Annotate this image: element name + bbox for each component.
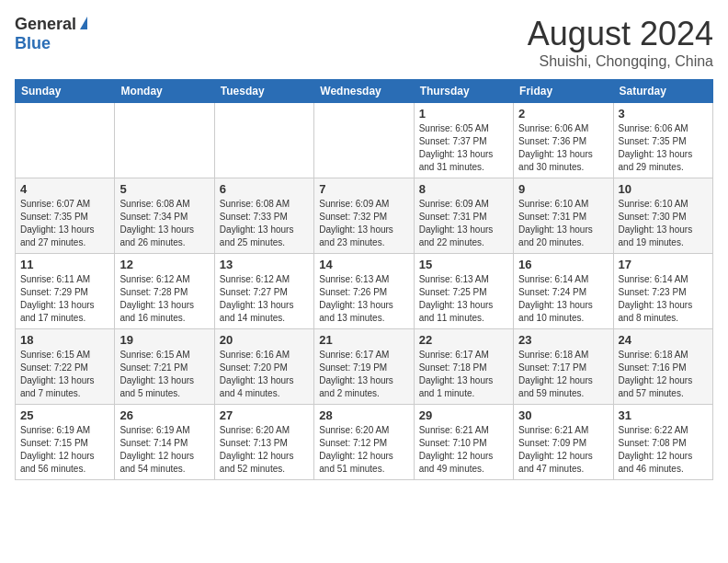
calendar-cell: 10Sunrise: 6:10 AMSunset: 7:30 PMDayligh…: [613, 178, 712, 254]
day-info: Sunrise: 6:09 AMSunset: 7:31 PMDaylight:…: [419, 198, 508, 249]
day-info: Sunrise: 6:22 AMSunset: 7:08 PMDaylight:…: [619, 424, 708, 476]
day-info: Sunrise: 6:15 AMSunset: 7:22 PMDaylight:…: [20, 349, 109, 400]
day-info: Sunrise: 6:19 AMSunset: 7:14 PMDaylight:…: [119, 424, 209, 476]
calendar-week-1: 1Sunrise: 6:05 AMSunset: 7:37 PMDaylight…: [16, 103, 713, 178]
calendar-cell: 16Sunrise: 6:14 AMSunset: 7:24 PMDayligh…: [514, 254, 613, 329]
calendar-cell: 11Sunrise: 6:11 AMSunset: 7:29 PMDayligh…: [16, 254, 115, 329]
day-info: Sunrise: 6:15 AMSunset: 7:21 PMDaylight:…: [119, 349, 209, 400]
calendar-week-5: 25Sunrise: 6:19 AMSunset: 7:15 PMDayligh…: [16, 405, 713, 480]
day-number: 15: [419, 258, 508, 271]
logo: General Blue: [15, 15, 87, 53]
calendar-cell: 28Sunrise: 6:20 AMSunset: 7:12 PMDayligh…: [314, 405, 414, 480]
calendar-cell: 12Sunrise: 6:12 AMSunset: 7:28 PMDayligh…: [115, 254, 214, 329]
day-number: 1: [419, 107, 508, 121]
calendar-week-2: 4Sunrise: 6:07 AMSunset: 7:35 PMDaylight…: [16, 178, 713, 254]
calendar-header-row: SundayMondayTuesdayWednesdayThursdayFrid…: [16, 80, 713, 103]
day-number: 24: [619, 333, 708, 347]
month-year-title: August 2024: [528, 15, 713, 53]
day-info: Sunrise: 6:07 AMSunset: 7:35 PMDaylight:…: [20, 198, 109, 249]
calendar-cell: 8Sunrise: 6:09 AMSunset: 7:31 PMDaylight…: [414, 178, 513, 254]
calendar-cell: [314, 103, 414, 178]
calendar-cell: 22Sunrise: 6:17 AMSunset: 7:18 PMDayligh…: [414, 329, 513, 405]
calendar-table: SundayMondayTuesdayWednesdayThursdayFrid…: [15, 79, 713, 480]
logo-general-text: General: [15, 15, 76, 34]
day-number: 18: [20, 333, 109, 347]
day-info: Sunrise: 6:21 AMSunset: 7:10 PMDaylight:…: [419, 424, 508, 476]
day-number: 29: [419, 408, 508, 422]
day-info: Sunrise: 6:17 AMSunset: 7:18 PMDaylight:…: [419, 349, 508, 400]
day-number: 16: [518, 258, 608, 271]
calendar-cell: 18Sunrise: 6:15 AMSunset: 7:22 PMDayligh…: [16, 329, 115, 405]
logo-blue-text: Blue: [15, 34, 51, 53]
calendar-cell: 4Sunrise: 6:07 AMSunset: 7:35 PMDaylight…: [16, 178, 115, 254]
day-info: Sunrise: 6:16 AMSunset: 7:20 PMDaylight:…: [220, 349, 309, 400]
calendar-cell: 29Sunrise: 6:21 AMSunset: 7:10 PMDayligh…: [414, 405, 513, 480]
calendar-cell: 26Sunrise: 6:19 AMSunset: 7:14 PMDayligh…: [115, 405, 214, 480]
day-number: 31: [619, 408, 708, 422]
day-number: 25: [20, 408, 109, 422]
day-number: 3: [619, 107, 708, 121]
calendar-header-sunday: Sunday: [16, 80, 115, 103]
day-number: 12: [119, 258, 209, 271]
day-number: 20: [220, 333, 309, 347]
day-info: Sunrise: 6:13 AMSunset: 7:25 PMDaylight:…: [419, 273, 508, 325]
calendar-cell: 17Sunrise: 6:14 AMSunset: 7:23 PMDayligh…: [613, 254, 712, 329]
calendar-week-3: 11Sunrise: 6:11 AMSunset: 7:29 PMDayligh…: [16, 254, 713, 329]
calendar-header-wednesday: Wednesday: [314, 80, 414, 103]
day-number: 13: [220, 258, 309, 271]
day-number: 14: [319, 258, 408, 271]
day-info: Sunrise: 6:06 AMSunset: 7:35 PMDaylight:…: [619, 122, 708, 174]
calendar-cell: 23Sunrise: 6:18 AMSunset: 7:17 PMDayligh…: [514, 329, 613, 405]
calendar-cell: 5Sunrise: 6:08 AMSunset: 7:34 PMDaylight…: [115, 178, 214, 254]
calendar-cell: [214, 103, 313, 178]
day-info: Sunrise: 6:10 AMSunset: 7:31 PMDaylight:…: [518, 198, 608, 249]
calendar-cell: 31Sunrise: 6:22 AMSunset: 7:08 PMDayligh…: [613, 405, 712, 480]
calendar-cell: 20Sunrise: 6:16 AMSunset: 7:20 PMDayligh…: [214, 329, 313, 405]
day-number: 21: [319, 333, 408, 347]
day-number: 9: [518, 182, 608, 196]
day-number: 19: [119, 333, 209, 347]
day-info: Sunrise: 6:20 AMSunset: 7:12 PMDaylight:…: [319, 424, 408, 476]
day-number: 6: [220, 182, 309, 196]
day-info: Sunrise: 6:08 AMSunset: 7:34 PMDaylight:…: [119, 198, 209, 249]
calendar-header-tuesday: Tuesday: [214, 80, 313, 103]
day-info: Sunrise: 6:18 AMSunset: 7:16 PMDaylight:…: [619, 349, 708, 400]
day-number: 27: [220, 408, 309, 422]
day-info: Sunrise: 6:09 AMSunset: 7:32 PMDaylight:…: [319, 198, 408, 249]
day-info: Sunrise: 6:11 AMSunset: 7:29 PMDaylight:…: [20, 273, 109, 325]
day-info: Sunrise: 6:14 AMSunset: 7:23 PMDaylight:…: [619, 273, 708, 325]
day-info: Sunrise: 6:08 AMSunset: 7:33 PMDaylight:…: [220, 198, 309, 249]
day-number: 23: [518, 333, 608, 347]
day-number: 17: [619, 258, 708, 271]
day-number: 30: [518, 408, 608, 422]
calendar-cell: 1Sunrise: 6:05 AMSunset: 7:37 PMDaylight…: [414, 103, 513, 178]
title-block: August 2024 Shuishi, Chongqing, China: [528, 15, 713, 70]
calendar-week-4: 18Sunrise: 6:15 AMSunset: 7:22 PMDayligh…: [16, 329, 713, 405]
day-number: 10: [619, 182, 708, 196]
day-info: Sunrise: 6:18 AMSunset: 7:17 PMDaylight:…: [518, 349, 608, 400]
day-info: Sunrise: 6:05 AMSunset: 7:37 PMDaylight:…: [419, 122, 508, 174]
calendar-cell: [16, 103, 115, 178]
calendar-cell: 25Sunrise: 6:19 AMSunset: 7:15 PMDayligh…: [16, 405, 115, 480]
page-header: General Blue August 2024 Shuishi, Chongq…: [15, 15, 713, 70]
day-number: 26: [119, 408, 209, 422]
day-info: Sunrise: 6:19 AMSunset: 7:15 PMDaylight:…: [20, 424, 109, 476]
day-info: Sunrise: 6:21 AMSunset: 7:09 PMDaylight:…: [518, 424, 608, 476]
day-info: Sunrise: 6:12 AMSunset: 7:28 PMDaylight:…: [119, 273, 209, 325]
calendar-cell: 21Sunrise: 6:17 AMSunset: 7:19 PMDayligh…: [314, 329, 414, 405]
calendar-cell: 30Sunrise: 6:21 AMSunset: 7:09 PMDayligh…: [514, 405, 613, 480]
calendar-cell: 6Sunrise: 6:08 AMSunset: 7:33 PMDaylight…: [214, 178, 313, 254]
logo-triangle-icon: [80, 17, 87, 29]
day-info: Sunrise: 6:10 AMSunset: 7:30 PMDaylight:…: [619, 198, 708, 249]
calendar-cell: 27Sunrise: 6:20 AMSunset: 7:13 PMDayligh…: [214, 405, 313, 480]
day-number: 4: [20, 182, 109, 196]
day-number: 7: [319, 182, 408, 196]
calendar-cell: 14Sunrise: 6:13 AMSunset: 7:26 PMDayligh…: [314, 254, 414, 329]
calendar-header-thursday: Thursday: [414, 80, 513, 103]
calendar-cell: 24Sunrise: 6:18 AMSunset: 7:16 PMDayligh…: [613, 329, 712, 405]
calendar-header-friday: Friday: [514, 80, 613, 103]
day-number: 5: [119, 182, 209, 196]
calendar-cell: 19Sunrise: 6:15 AMSunset: 7:21 PMDayligh…: [115, 329, 214, 405]
location-subtitle: Shuishi, Chongqing, China: [528, 53, 713, 70]
day-number: 11: [20, 258, 109, 271]
